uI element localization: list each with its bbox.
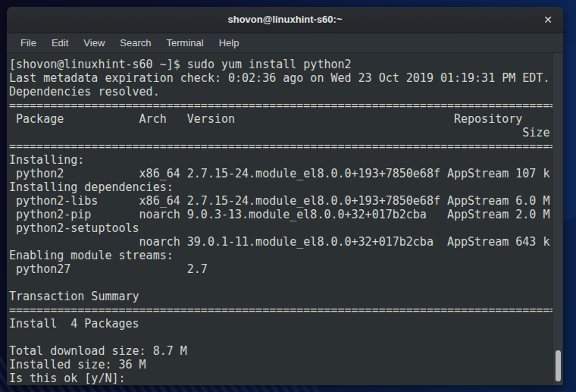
terminal-line: Enabling module streams: <box>9 249 563 262</box>
terminal-line: python2-pip noarch 9.0.3-13.module_el8.0… <box>9 208 563 221</box>
close-button[interactable]: ✕ <box>538 10 558 30</box>
terminal-line: noarch 39.0.1-11.module_el8.0.0+32+017b2… <box>9 235 563 249</box>
menu-item-search[interactable]: Search <box>112 33 158 52</box>
menu-item-terminal[interactable]: Terminal <box>159 33 211 52</box>
scrollbar-thumb[interactable] <box>556 350 561 381</box>
terminal-line: Install 4 Packages <box>9 317 563 331</box>
terminal-line: ========================================… <box>9 99 563 112</box>
terminal-line: Size <box>9 126 563 140</box>
terminal-line: Package Arch Version Repository <box>9 112 563 126</box>
terminal-line: python2 x86_64 2.7.15-24.module_el8.0.0+… <box>9 167 563 180</box>
terminal-window: shovon@linuxhint-s60:~ ✕ File Edit View … <box>7 7 563 385</box>
terminal-line: python27 2.7 <box>9 262 563 276</box>
scrollbar-track[interactable] <box>553 53 562 385</box>
terminal-screen[interactable]: [shovon@linuxhint-s60 ~]$ sudo yum insta… <box>7 53 563 385</box>
terminal-line: Last metadata expiration check: 0:02:36 … <box>9 71 563 85</box>
menubar: File Edit View Search Terminal Help <box>7 33 563 53</box>
close-icon: ✕ <box>543 14 553 26</box>
titlebar[interactable]: shovon@linuxhint-s60:~ ✕ <box>7 7 563 33</box>
menu-item-edit[interactable]: Edit <box>44 33 76 52</box>
terminal-line: Transaction Summary <box>9 290 563 303</box>
terminal-line <box>9 331 563 344</box>
terminal-line: Installed size: 36 M <box>9 358 563 372</box>
terminal-line: ========================================… <box>9 303 563 317</box>
menu-item-file[interactable]: File <box>13 33 44 52</box>
terminal-line: ========================================… <box>9 140 563 153</box>
menu-item-view[interactable]: View <box>76 33 112 52</box>
terminal-line: Installing dependencies: <box>9 180 563 194</box>
terminal-line: Total download size: 8.7 M <box>9 344 563 358</box>
window-title: shovon@linuxhint-s60:~ <box>7 7 563 33</box>
terminal-line: Dependencies resolved. <box>9 85 563 99</box>
terminal-line: python2-libs x86_64 2.7.15-24.module_el8… <box>9 194 563 208</box>
terminal-line: python2-setuptools <box>9 221 563 235</box>
terminal-line: Is this ok [y/N]: <box>9 372 563 385</box>
menu-item-help[interactable]: Help <box>211 33 247 52</box>
terminal-line: Installing: <box>9 153 563 167</box>
terminal-line <box>9 276 563 290</box>
terminal-output: [shovon@linuxhint-s60 ~]$ sudo yum insta… <box>9 58 563 385</box>
terminal-line: [shovon@linuxhint-s60 ~]$ sudo yum insta… <box>9 58 563 71</box>
